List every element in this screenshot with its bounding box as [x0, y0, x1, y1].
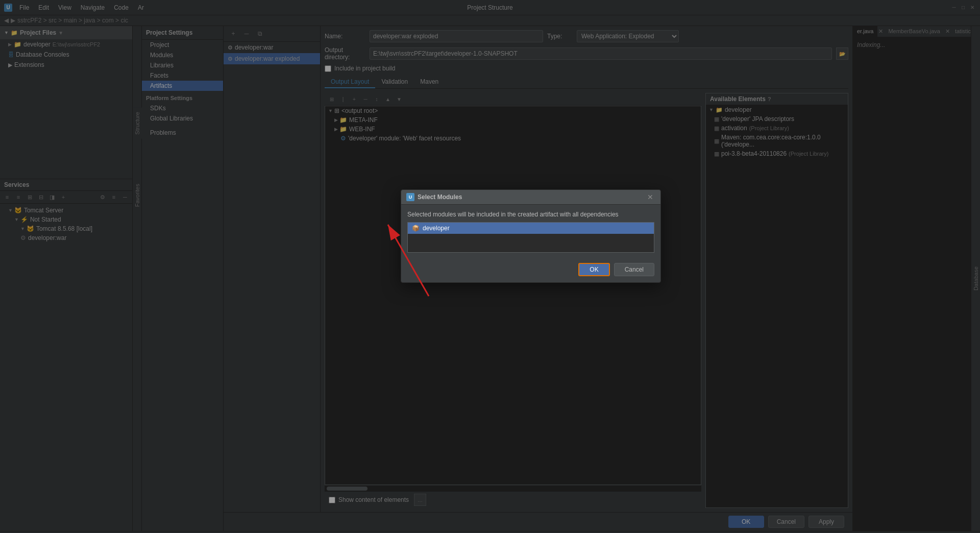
dialog-icon: U [406, 193, 414, 201]
dialog-cancel-btn[interactable]: Cancel [614, 263, 654, 276]
developer-module-item[interactable]: 📦 developer [408, 223, 654, 234]
select-modules-dialog: U Select Modules ✕ Selected modules will… [401, 189, 661, 283]
dialog-overlay: U Select Modules ✕ Selected modules will… [0, 0, 980, 533]
module-icon: 📦 [412, 225, 420, 232]
developer-module-label: developer [423, 225, 450, 232]
dialog-ok-btn[interactable]: OK [578, 263, 609, 276]
dialog-footer: OK Cancel [401, 259, 660, 282]
dialog-title: Select Modules [418, 193, 645, 201]
dialog-close-btn[interactable]: ✕ [645, 193, 655, 201]
dialog-body: Selected modules will be included in the… [401, 205, 660, 259]
dialog-title-bar: U Select Modules ✕ [401, 190, 660, 205]
dialog-module-list: 📦 developer [407, 222, 654, 253]
dialog-description: Selected modules will be included in the… [407, 211, 654, 218]
